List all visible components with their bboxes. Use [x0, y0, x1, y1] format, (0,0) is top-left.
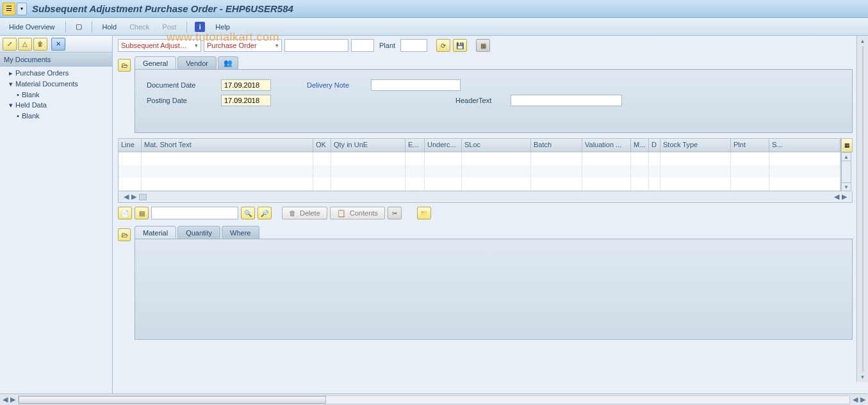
tree-item-blank[interactable]: •Blank: [0, 111, 112, 121]
reference-dropdown[interactable]: Purchase Order: [204, 39, 282, 52]
tab-vendor[interactable]: Vendor: [177, 56, 217, 69]
tree-label: Blank: [22, 91, 40, 99]
scroll-track[interactable]: [862, 46, 864, 372]
tab-where[interactable]: Where: [222, 226, 259, 239]
scroll-left-icon[interactable]: ◀: [124, 193, 129, 201]
scroll-right-icon[interactable]: ▶: [842, 193, 847, 201]
col-s[interactable]: S...: [769, 139, 840, 152]
detail-body: [135, 239, 853, 340]
posting-date-label: Posting Date: [147, 97, 217, 104]
tab-quantity[interactable]: Quantity: [177, 226, 220, 239]
bottom-scrollbar[interactable]: ◀ ▶ ◀ ▶: [0, 393, 868, 405]
contents-button[interactable]: 📋Contents: [330, 207, 385, 219]
grid-header: Line Mat. Short Text OK Qty in UnE E... …: [118, 138, 841, 152]
save-button[interactable]: 💾: [453, 39, 467, 52]
header-text-input[interactable]: [511, 95, 622, 106]
table-row[interactable]: [119, 152, 840, 165]
scroll-down-icon[interactable]: ▼: [857, 372, 868, 382]
tab-general[interactable]: General: [135, 56, 176, 69]
col-underc[interactable]: Underc...: [425, 139, 462, 152]
col-batch[interactable]: Batch: [531, 139, 582, 152]
item-number-input[interactable]: [351, 39, 374, 52]
help-button[interactable]: Help: [213, 22, 233, 32]
layout-button[interactable]: ▦: [476, 39, 490, 52]
tab-more[interactable]: 👥: [218, 56, 238, 69]
tree-item-purchase-orders[interactable]: ▸Purchase Orders: [0, 68, 112, 79]
item-toolbar: 📄 ▤ 🔍 🔎 🗑Delete 📋Contents ✂ 📁: [118, 205, 853, 221]
document-number-input[interactable]: [284, 39, 348, 52]
plant-label: Plant: [377, 42, 398, 49]
col-line[interactable]: Line: [119, 139, 142, 152]
scroll-right-icon[interactable]: ▶: [860, 395, 865, 404]
scroll-track[interactable]: [18, 395, 850, 404]
col-stock-type[interactable]: Stock Type: [660, 139, 731, 152]
window-menu-dropdown[interactable]: ▾: [17, 3, 27, 15]
delete-button[interactable]: 🗑: [33, 38, 47, 51]
separator: [92, 21, 92, 33]
transaction-dropdown[interactable]: Subsequent Adjust…: [118, 39, 201, 52]
collapse-header-button[interactable]: 🗁: [118, 59, 131, 72]
col-m[interactable]: M...: [631, 139, 649, 152]
scroll-up-icon[interactable]: ▲: [857, 36, 868, 46]
col-valuation[interactable]: Valuation ...: [582, 139, 631, 152]
select-all-button[interactable]: ▤: [135, 207, 149, 219]
close-sidebar-button[interactable]: ✕: [51, 38, 65, 51]
item-filter-input[interactable]: [151, 207, 238, 219]
tree-item-material-documents[interactable]: ▾Material Documents: [0, 79, 112, 90]
plant-input[interactable]: [400, 39, 427, 52]
col-sloc[interactable]: SLoc: [462, 139, 531, 152]
items-grid: Line Mat. Short Text OK Qty in UnE E... …: [118, 138, 853, 203]
scroll-right-icon[interactable]: ▶: [131, 193, 136, 201]
hold-button[interactable]: Hold: [100, 22, 120, 32]
tree-item-held-data[interactable]: ▾Held Data: [0, 100, 112, 111]
new-document-icon[interactable]: ▢: [74, 22, 84, 32]
delivery-note-input[interactable]: [371, 79, 461, 91]
delivery-note-label[interactable]: Delivery Note: [307, 81, 367, 89]
hide-overview-button[interactable]: Hide Overview: [6, 22, 58, 32]
table-row[interactable]: [119, 178, 840, 191]
col-plnt[interactable]: Plnt: [731, 139, 769, 152]
tree-label: Purchase Orders: [15, 69, 69, 77]
grid-vertical-scroll[interactable]: ▲ ▼: [841, 152, 851, 191]
top-toolbar: Subsequent Adjust… Purchase Order Plant …: [113, 36, 868, 55]
scroll-thumb[interactable]: [139, 194, 147, 200]
grid-horizontal-scroll[interactable]: ◀ ▶ ◀ ▶: [118, 191, 853, 203]
col-e[interactable]: E...: [405, 139, 425, 152]
tree-label: Material Documents: [15, 80, 78, 88]
col-d[interactable]: D: [649, 139, 660, 152]
col-ok[interactable]: OK: [313, 139, 331, 152]
settings-button[interactable]: ✂: [388, 207, 402, 219]
window-title: Subsequent Adjustment Purchase Order - E…: [32, 3, 293, 14]
scroll-up-icon[interactable]: ▲: [841, 152, 851, 161]
find-button[interactable]: 🔍: [241, 207, 255, 219]
posting-date-input[interactable]: [221, 95, 271, 106]
window-icon: ☰: [3, 3, 15, 15]
grid-config-button[interactable]: ▦: [841, 138, 853, 152]
help-icon[interactable]: i: [195, 22, 205, 32]
tree-label: Held Data: [15, 101, 47, 109]
find-next-button[interactable]: 🔎: [258, 207, 272, 219]
tab-material[interactable]: Material: [135, 226, 176, 239]
post-button[interactable]: Post: [160, 22, 179, 32]
table-row[interactable]: [119, 165, 840, 178]
collapse-detail-button[interactable]: 🗁: [118, 228, 131, 241]
document-date-input[interactable]: [221, 79, 271, 91]
col-mat-short-text[interactable]: Mat. Short Text: [142, 139, 313, 152]
scroll-down-icon[interactable]: ▼: [841, 182, 851, 191]
main-vertical-scrollbar[interactable]: ▲ ▼: [856, 36, 868, 382]
execute-button[interactable]: ⟳: [436, 39, 450, 52]
grid-body[interactable]: [118, 152, 841, 191]
scroll-right-icon[interactable]: ▶: [10, 395, 15, 404]
tree-item-blank[interactable]: •Blank: [0, 90, 112, 100]
col-qty[interactable]: Qty in UnE: [331, 139, 405, 152]
check-button[interactable]: Check: [127, 22, 152, 32]
scroll-left-icon[interactable]: ◀: [3, 395, 8, 404]
collapse-all-button[interactable]: △: [18, 38, 32, 51]
detail-toggle-button[interactable]: 📄: [118, 207, 132, 219]
copy-button[interactable]: 📁: [417, 207, 431, 219]
expand-all-button[interactable]: ⤢: [3, 38, 17, 51]
scroll-thumb[interactable]: [19, 396, 326, 404]
delete-item-button[interactable]: 🗑Delete: [282, 207, 327, 219]
scroll-left-icon[interactable]: ◀: [853, 395, 858, 404]
scroll-left-icon[interactable]: ◀: [834, 193, 839, 201]
